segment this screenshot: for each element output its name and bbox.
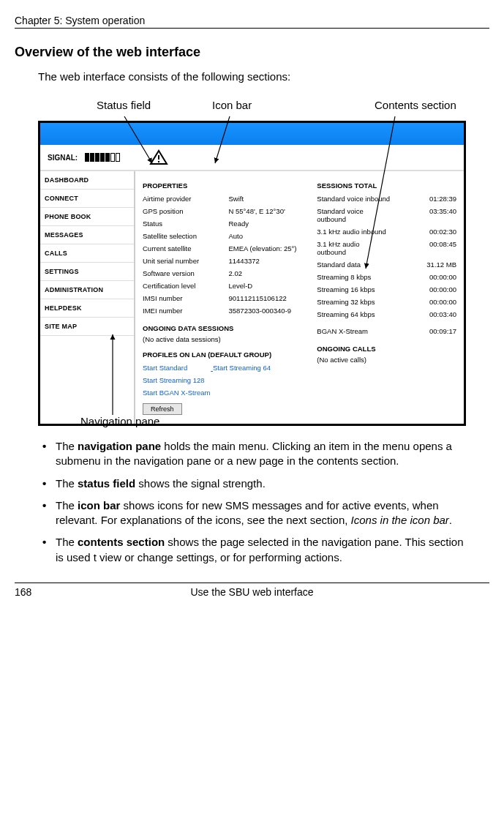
prop-key: IMSI number — [143, 294, 229, 302]
text: The — [56, 499, 78, 512]
sessions-header: SESSIONS TOTAL — [317, 181, 456, 190]
signal-label: SIGNAL: — [48, 154, 78, 162]
table-row: Streaming 16 kbps00:00:00 — [317, 283, 456, 296]
section-heading: Overview of the web interface — [15, 45, 489, 60]
sess-key: Streaming 8 kbps — [317, 273, 390, 281]
prop-key: Software version — [143, 269, 229, 277]
intro-text: The web interface consists of the follow… — [38, 70, 489, 83]
footer-title: Use the SBU web interface — [51, 586, 453, 598]
sess-key: Streaming 32 kbps — [317, 298, 390, 306]
list-item: The navigation pane holds the main menu.… — [38, 439, 466, 469]
page-footer: 168 Use the SBU web interface — [15, 583, 489, 598]
nav-calls[interactable]: CALLS — [40, 244, 134, 263]
sess-val: 03:35:40 — [390, 207, 456, 223]
sess-key: Standard voice outbound — [317, 207, 390, 223]
svg-point-5 — [158, 161, 159, 162]
nav-phonebook[interactable]: PHONE BOOK — [40, 208, 134, 226]
sess-val: 01:28:39 — [390, 195, 456, 203]
italic-term: Icons in the icon bar — [351, 514, 449, 526]
callout-navpane: Navigation pane — [80, 415, 159, 427]
sess-val: 31.12 MB — [390, 261, 456, 269]
text: shows the signal strength. — [135, 477, 266, 490]
sess-key: Standard data — [317, 261, 390, 269]
sess-key: Standard voice inbound — [317, 195, 390, 203]
link-start-streaming64[interactable]: Start Streaming 64 — [213, 362, 271, 374]
table-row: Satellite selectionAuto — [143, 230, 306, 242]
window-titlebar — [40, 123, 464, 145]
bullet-list: The navigation pane holds the main menu.… — [38, 439, 466, 565]
prop-key: Airtime provider — [143, 195, 229, 203]
table-row: Certification levelLevel-D — [143, 280, 306, 292]
text: The — [56, 440, 78, 452]
bold-term: navigation pane — [78, 440, 161, 452]
table-row: Standard voice inbound01:28:39 — [317, 192, 456, 205]
prop-val: Swift — [229, 195, 307, 203]
refresh-button[interactable]: Refresh — [143, 403, 182, 415]
prop-key: Status — [143, 220, 229, 228]
sess-key: Streaming 16 kbps — [317, 285, 390, 293]
list-item: The contents section shows the page sele… — [38, 535, 466, 565]
table-row: Streaming 8 kbps00:00:00 — [317, 271, 456, 283]
link-start-streaming128[interactable]: Start Streaming 128 — [143, 374, 205, 386]
table-row: Unit serial number11443372 — [143, 255, 306, 267]
sess-val: 00:08:45 — [390, 240, 456, 256]
profile-links: Start Standard Start Streaming 64 Start … — [143, 362, 306, 399]
sessions-column: SESSIONS TOTAL Standard voice inbound01:… — [317, 177, 456, 415]
nav-sitemap[interactable]: SITE MAP — [40, 318, 134, 336]
prop-val: 11443372 — [229, 257, 307, 265]
nav-dashboard[interactable]: DASHBOARD — [40, 171, 134, 190]
prop-val: N 55°48', E 12°30' — [229, 207, 307, 215]
sess-key: 3.1 kHz audio inbound — [317, 228, 390, 236]
sess-val: 00:02:30 — [390, 228, 456, 236]
screenshot-panel: SIGNAL: DASHBOARD CONNECT PHONE BOOK MES… — [38, 121, 466, 426]
nav-connect[interactable]: CONNECT — [40, 190, 134, 208]
prop-val: Auto — [229, 232, 307, 240]
list-item: The icon bar shows icons for new SMS mes… — [38, 498, 466, 528]
running-header: Chapter 5: System operation — [15, 15, 489, 29]
table-row: Streaming 32 kbps00:00:00 — [317, 296, 456, 308]
sess-key: 3.1 kHz audio outbound — [317, 240, 390, 256]
bold-term: contents section — [78, 536, 165, 548]
prop-key: Unit serial number — [143, 257, 229, 265]
sess-val: 00:03:40 — [390, 310, 456, 318]
link-start-standard[interactable]: Start Standard — [143, 362, 187, 374]
callout-status: Status field — [97, 99, 151, 111]
prop-val: 2.02 — [229, 269, 307, 277]
ongoing-calls-header: ONGOING CALLS — [317, 345, 456, 353]
nav-administration[interactable]: ADMINISTRATION — [40, 281, 134, 299]
prop-val: EMEA (elevation: 25°) — [229, 244, 307, 252]
page-number: 168 — [15, 586, 51, 598]
table-row: 3.1 kHz audio inbound00:02:30 — [317, 225, 456, 238]
sess-val: 00:00:00 — [390, 298, 456, 306]
prop-val: 901112115106122 — [229, 294, 307, 302]
table-row: GPS positionN 55°48', E 12°30' — [143, 205, 306, 217]
prop-key: GPS position — [143, 207, 229, 215]
text: . — [449, 514, 452, 526]
prop-val: 35872303-000340-9 — [229, 307, 307, 315]
ongoing-calls-text: (No active calls) — [317, 356, 456, 364]
nav-settings[interactable]: SETTINGS — [40, 263, 134, 281]
prop-key: Current satellite — [143, 244, 229, 252]
table-row: 3.1 kHz audio outbound00:08:45 — [317, 238, 456, 258]
link-start-bgan-xstream[interactable]: Start BGAN X-Stream — [143, 386, 210, 399]
content-area: PROPERTIES Airtime providerSwift GPS pos… — [135, 171, 464, 424]
list-item: The status field shows the signal streng… — [38, 476, 466, 491]
nav-messages[interactable]: MESSAGES — [40, 226, 134, 244]
ongoing-data-text: (No active data sessions) — [143, 335, 306, 343]
nav-helpdesk[interactable]: HELPDESK — [40, 299, 134, 318]
status-bar: SIGNAL: — [40, 145, 464, 170]
text: The — [56, 477, 78, 490]
table-row: IMEI number35872303-000340-9 — [143, 304, 306, 317]
prop-val: Level-D — [229, 282, 307, 290]
prop-key: IMEI number — [143, 307, 229, 315]
properties-column: PROPERTIES Airtime providerSwift GPS pos… — [143, 177, 306, 415]
table-row: Standard data31.12 MB — [317, 258, 456, 271]
bold-term: icon bar — [78, 499, 120, 512]
profiles-header: PROFILES ON LAN (DEFAULT GROUP) — [143, 351, 306, 359]
properties-header: PROPERTIES — [143, 181, 306, 190]
callout-contents: Contents section — [375, 99, 456, 111]
table-row: Current satelliteEMEA (elevation: 25°) — [143, 242, 306, 255]
prop-val: Ready — [229, 220, 307, 228]
text: The — [56, 536, 78, 548]
table-row: Airtime providerSwift — [143, 192, 306, 205]
